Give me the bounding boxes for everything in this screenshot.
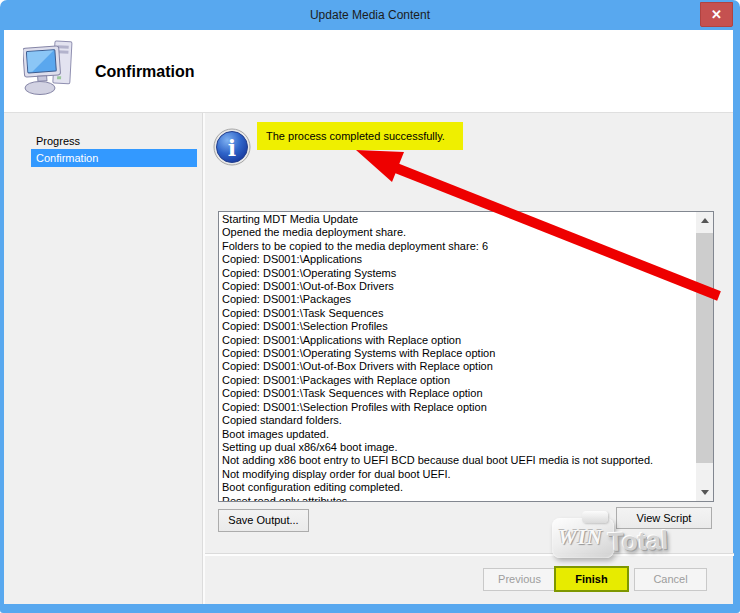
- watermark-badge: [552, 518, 614, 558]
- log-line: Not adding x86 boot entry to UEFI BCD be…: [222, 454, 694, 467]
- watermark-win: WIN: [558, 525, 603, 550]
- page-title: Confirmation: [95, 63, 195, 81]
- log-line: Reset read only attributes.: [222, 495, 694, 501]
- log-line: Copied: DS001:\Operating Systems with Re…: [222, 347, 694, 360]
- log-line: Folders to be copied to the media deploy…: [222, 240, 694, 253]
- log-text: Starting MDT Media Update Opened the med…: [219, 212, 696, 501]
- sidebar-divider: [202, 113, 205, 604]
- titlebar: Update Media Content ✕: [0, 0, 740, 30]
- log-line: Copied: DS001:\Applications with Replace…: [222, 334, 694, 347]
- scroll-down-button[interactable]: [696, 484, 713, 501]
- log-line: Copied: DS001:\Applications: [222, 253, 694, 266]
- log-line: Copied: DS001:\Out-of-Box Drivers: [222, 280, 694, 293]
- status-message: The process completed successfully.: [257, 122, 463, 150]
- log-line: Copied: DS001:\Packages: [222, 293, 694, 306]
- scroll-down-icon: [701, 490, 709, 495]
- watermark-tab: [582, 511, 608, 523]
- scrollbar[interactable]: [696, 212, 713, 501]
- sidebar-item-progress[interactable]: Progress: [31, 132, 197, 150]
- wizard-header: Confirmation: [4, 30, 733, 113]
- close-icon: ✕: [711, 7, 722, 22]
- log-line: Starting MDT Media Update: [222, 213, 694, 226]
- log-line: Copied: DS001:\Task Sequences: [222, 307, 694, 320]
- log-line: Copied: DS001:\Selection Profiles: [222, 320, 694, 333]
- log-line: Boot configuration editing completed.: [222, 481, 694, 494]
- close-button[interactable]: ✕: [700, 2, 733, 27]
- scroll-up-icon: [701, 218, 709, 223]
- finish-button[interactable]: Finish: [554, 566, 629, 592]
- log-line: Boot images updated.: [222, 428, 694, 441]
- scrollbar-track[interactable]: [696, 229, 713, 484]
- previous-button[interactable]: Previous: [483, 568, 556, 591]
- scrollbar-thumb[interactable]: [696, 233, 713, 463]
- log-line: Setting up dual x86/x64 boot image.: [222, 441, 694, 454]
- computer-icon: [23, 39, 79, 103]
- svg-text:i: i: [228, 135, 236, 161]
- status-highlight: The process completed successfully.: [257, 122, 463, 150]
- log-line: Not modifying display order for dual boo…: [222, 468, 694, 481]
- log-line: Copied standard folders.: [222, 414, 694, 427]
- log-line: Copied: DS001:\Selection Profiles with R…: [222, 401, 694, 414]
- sidebar-item-confirmation[interactable]: Confirmation: [31, 149, 197, 167]
- log-line: Copied: DS001:\Packages with Replace opt…: [222, 374, 694, 387]
- log-line: Copied: DS001:\Out-of-Box Drivers with R…: [222, 360, 694, 373]
- scroll-up-button[interactable]: [696, 212, 713, 229]
- cancel-button[interactable]: Cancel: [634, 568, 707, 591]
- wizard-body: Progress Confirmation i The process comp…: [4, 113, 733, 604]
- save-output-button[interactable]: Save Output...: [218, 509, 309, 532]
- view-script-button[interactable]: View Script: [616, 507, 712, 529]
- log-output[interactable]: Starting MDT Media Update Opened the med…: [218, 211, 714, 502]
- update-media-content-dialog: Update Media Content ✕: [0, 0, 740, 613]
- log-line: Copied: DS001:\Operating Systems: [222, 267, 694, 280]
- log-line: Opened the media deployment share.: [222, 226, 694, 239]
- footer-divider: [205, 553, 734, 556]
- log-line: Copied: DS001:\Task Sequences with Repla…: [222, 387, 694, 400]
- info-icon: i: [213, 128, 251, 170]
- window-title: Update Media Content: [0, 0, 740, 30]
